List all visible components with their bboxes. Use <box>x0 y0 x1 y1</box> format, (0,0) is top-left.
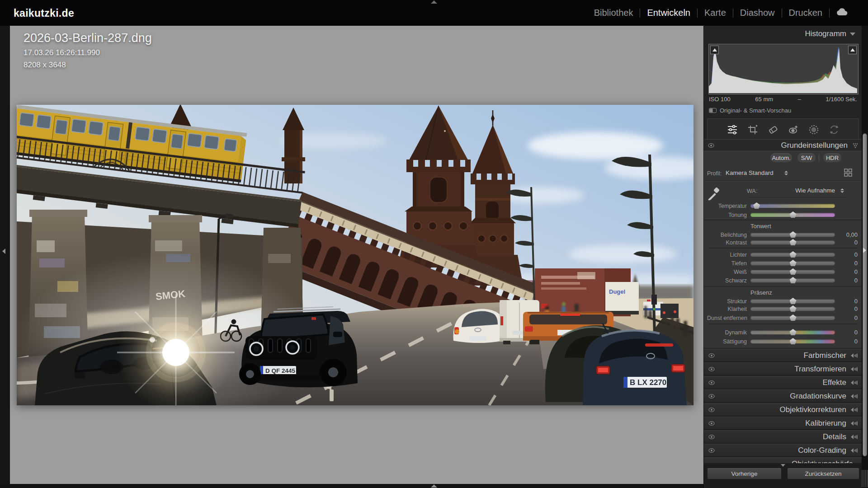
hide-top-panel-arrow[interactable] <box>431 0 437 4</box>
info-overlay: 2026-03-Berlin-287.dng 17.03.26 16:26:11… <box>24 31 152 70</box>
scrollbar-thumb[interactable] <box>863 133 867 456</box>
panel-switch-icon[interactable] <box>708 352 715 359</box>
contrast-slider[interactable] <box>750 240 835 244</box>
whites-label: Weiß <box>707 269 750 275</box>
profile-value[interactable]: Kamera Standard <box>726 169 774 176</box>
collapsed-indicator-icon <box>851 407 858 413</box>
clarity-thumb[interactable] <box>790 305 797 312</box>
temperature-slider-row: Temperatur <box>707 202 858 210</box>
highlights-value[interactable]: 0 <box>835 251 858 258</box>
shadows-slider[interactable] <box>750 261 835 265</box>
vibrance-value[interactable]: 0 <box>835 329 858 336</box>
histogram-header[interactable]: Histogramm <box>805 29 855 38</box>
dehaze-slider[interactable] <box>750 316 835 320</box>
previous-button[interactable]: Vorherige <box>707 468 782 479</box>
exposure-value[interactable]: 0,00 <box>835 231 858 238</box>
show-filmstrip-arrow[interactable] <box>431 484 437 488</box>
wb-eyedropper-icon[interactable] <box>706 184 721 201</box>
saturation-value[interactable]: 0 <box>835 338 858 345</box>
cloud-sync-icon[interactable] <box>836 8 848 18</box>
vibrance-slider[interactable] <box>750 330 835 334</box>
basic-adjust-tool-icon[interactable] <box>726 124 738 136</box>
module-map[interactable]: Karte <box>704 8 726 18</box>
blacks-thumb[interactable] <box>790 277 797 283</box>
panel-switch-icon[interactable] <box>708 447 715 454</box>
red-eye-tool-icon[interactable] <box>788 124 799 136</box>
highlights-slider[interactable] <box>750 253 835 257</box>
smart-preview-status[interactable]: Original- & Smart-Vorschau <box>709 107 791 114</box>
panel-header-effects[interactable]: Effekte <box>704 376 862 389</box>
blacks-slider[interactable] <box>750 278 835 282</box>
highlight-clipping-indicator[interactable] <box>848 46 857 54</box>
hide-right-panel-arrow[interactable] <box>863 248 866 253</box>
module-slideshow[interactable]: Diashow <box>740 8 775 18</box>
panel-header-calibration[interactable]: Kalibrierung <box>704 417 862 430</box>
panel-switch-icon[interactable] <box>708 393 715 399</box>
footer-popup-triangle[interactable] <box>781 464 785 467</box>
bw-button[interactable]: S/W <box>797 153 816 162</box>
highlights-thumb[interactable] <box>790 251 797 258</box>
collapsed-indicator-icon <box>851 434 858 440</box>
panel-switch-icon[interactable] <box>708 366 715 372</box>
basic-panel-header[interactable]: Grundeinstellungen <box>704 139 862 151</box>
photo-berlin-street[interactable]: SMOK <box>17 105 693 405</box>
panel-switch-icon[interactable] <box>708 380 715 386</box>
whites-slider[interactable] <box>750 270 835 274</box>
crop-tool-icon[interactable] <box>747 124 759 136</box>
show-left-panel-arrow[interactable] <box>2 249 5 254</box>
module-print[interactable]: Drucken <box>789 8 822 18</box>
temperature-thumb[interactable] <box>753 202 760 209</box>
panel-switch-icon[interactable] <box>708 142 714 149</box>
exposure-slider[interactable] <box>750 233 835 237</box>
texture-slider[interactable] <box>750 299 835 303</box>
panel-switch-icon[interactable] <box>708 434 715 440</box>
texture-value[interactable]: 0 <box>835 298 858 305</box>
clarity-value[interactable]: 0 <box>835 305 858 312</box>
healing-tool-icon[interactable] <box>767 124 779 136</box>
photo-near-right-cars: B LX 2270 <box>545 324 687 405</box>
panel-switch-icon[interactable] <box>708 420 715 427</box>
panel-header-transform[interactable]: Transformieren <box>704 362 862 375</box>
panel-header-color-mixer[interactable]: Farbmischer <box>704 349 862 362</box>
texture-thumb[interactable] <box>790 298 797 304</box>
hdr-button[interactable]: HDR <box>823 153 841 162</box>
contrast-value[interactable]: 0 <box>835 239 858 246</box>
top-bar: kaikutzki.de Bibliothek Entwickeln Karte… <box>0 0 868 26</box>
wb-updown-icon[interactable] <box>840 188 844 193</box>
clarity-slider[interactable] <box>750 307 835 311</box>
shadows-value[interactable]: 0 <box>835 260 858 267</box>
whites-thumb[interactable] <box>790 268 797 275</box>
panel-header-tone-curve[interactable]: Gradationskurve <box>704 389 862 403</box>
module-library[interactable]: Bibliothek <box>594 8 633 18</box>
wb-value[interactable]: Wie Aufnahme <box>795 187 835 194</box>
panel-header-details[interactable]: Details <box>704 430 862 443</box>
whites-slider-row: Weiß 0 <box>707 268 858 276</box>
saturation-thumb[interactable] <box>790 338 797 344</box>
shadow-clipping-indicator[interactable] <box>710 46 719 54</box>
module-develop[interactable]: Entwickeln <box>647 8 690 18</box>
exposure-thumb[interactable] <box>790 231 797 238</box>
dehaze-value[interactable]: 0 <box>835 314 858 321</box>
contrast-thumb[interactable] <box>790 239 797 245</box>
panel-header-color-grading[interactable]: Color-Grading <box>704 444 862 457</box>
whites-value[interactable]: 0 <box>835 268 858 275</box>
profile-updown-icon[interactable] <box>784 171 788 175</box>
masking-tool-icon[interactable] <box>808 124 820 136</box>
tint-thumb[interactable] <box>790 211 797 218</box>
auto-button[interactable]: Autom. <box>770 153 792 162</box>
dotted-disclosure-icon[interactable] <box>852 143 859 148</box>
temperature-slider[interactable] <box>750 204 835 208</box>
identity-plate[interactable]: kaikutzki.de <box>14 7 74 19</box>
shadows-thumb[interactable] <box>790 260 797 266</box>
profile-browser-grid-icon[interactable] <box>844 169 852 177</box>
panel-header-lens-corrections[interactable]: Objektivkorrekturen <box>704 403 862 416</box>
tint-slider[interactable] <box>750 213 835 217</box>
sync-tool-icon[interactable] <box>828 124 840 136</box>
histogram-graph[interactable] <box>708 44 859 94</box>
dehaze-thumb[interactable] <box>790 314 797 321</box>
blacks-value[interactable]: 0 <box>835 277 858 284</box>
panel-switch-icon[interactable] <box>708 407 715 413</box>
saturation-slider[interactable] <box>750 339 835 343</box>
vibrance-thumb[interactable] <box>790 329 797 335</box>
reset-button[interactable]: Zurücksetzen <box>787 468 859 479</box>
